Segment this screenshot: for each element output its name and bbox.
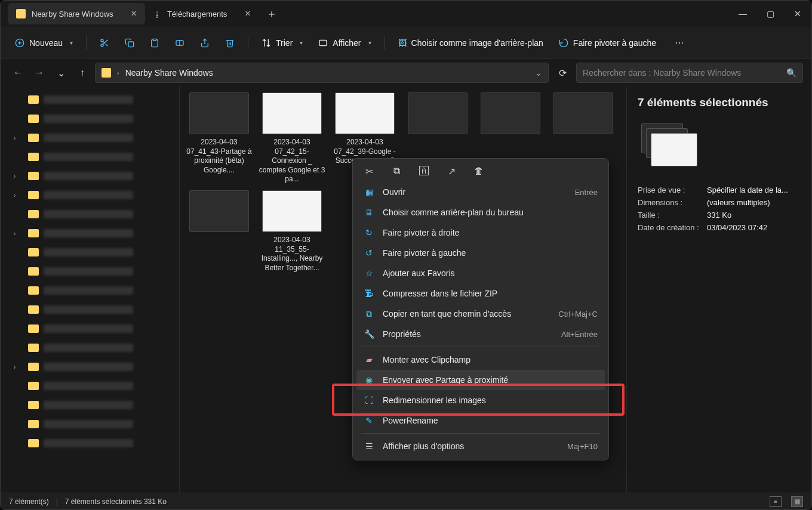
folder-icon xyxy=(28,191,39,199)
set-background-button[interactable]: 🖼 Choisir comme image d'arrière-plan xyxy=(392,35,549,51)
recent-button[interactable]: ⌄ xyxy=(52,64,70,82)
thumbnails-view-button[interactable]: ▦ xyxy=(791,496,803,507)
sidebar-item[interactable] xyxy=(1,415,179,434)
prop-value[interactable]: Spécifier la date de la... xyxy=(707,186,788,194)
wrench-icon: 🔧 xyxy=(364,329,374,339)
menu-rotate-right[interactable]: ↻Faire pivoter à droite xyxy=(356,222,605,243)
svg-line-6 xyxy=(106,44,108,46)
chevron-right-icon: › xyxy=(14,173,23,180)
file-item[interactable]: ✓ xyxy=(186,190,253,273)
ctx-copy-button[interactable]: ⧉ xyxy=(390,166,403,177)
menu-set-desktop-bg[interactable]: 🖥Choisir comme arrière-plan du bureau xyxy=(356,202,605,222)
menu-compress-zip[interactable]: 🗜Compresser dans le fichier ZIP xyxy=(356,283,605,304)
menu-show-more[interactable]: ☰Afficher plus d'optionsMaj+F10 xyxy=(356,436,605,456)
ctx-rename-button[interactable]: 🄰 xyxy=(417,166,430,177)
minimize-button[interactable]: — xyxy=(729,1,756,27)
details-view-button[interactable]: ≡ xyxy=(770,496,782,507)
new-button[interactable]: Nouveau ▾ xyxy=(9,35,79,51)
sidebar-item[interactable] xyxy=(1,262,179,281)
sidebar-item[interactable] xyxy=(1,205,179,224)
sidebar-item[interactable] xyxy=(1,281,179,300)
chevron-right-icon: › xyxy=(14,192,23,199)
sort-label: Trier xyxy=(276,38,293,48)
image-icon: 🖼 xyxy=(398,38,407,48)
menu-powerrename[interactable]: ✎PowerRename xyxy=(356,410,605,431)
back-button[interactable]: ← xyxy=(9,64,27,82)
new-tab-button[interactable]: ＋ xyxy=(259,3,284,24)
breadcrumb[interactable]: › Nearby Share Windows ⌄ xyxy=(95,63,549,83)
paste-button[interactable] xyxy=(144,32,165,54)
sidebar-item[interactable] xyxy=(1,434,179,453)
sidebar-item-label xyxy=(44,324,133,333)
sidebar-item[interactable] xyxy=(1,300,179,319)
view-icon xyxy=(318,38,328,48)
ctx-cut-button[interactable]: ✂ xyxy=(362,166,376,177)
close-window-button[interactable]: ✕ xyxy=(784,1,811,27)
folder-icon xyxy=(28,210,39,218)
search-input[interactable]: Rechercher dans : Nearby Share Windows 🔍 xyxy=(576,63,803,83)
zip-icon: 🗜 xyxy=(364,288,374,299)
sidebar-item[interactable] xyxy=(1,243,179,262)
folder-icon xyxy=(28,248,39,256)
view-button[interactable]: Afficher ▾ xyxy=(312,35,377,51)
sidebar-item[interactable] xyxy=(1,395,179,415)
folder-icon xyxy=(28,344,39,352)
menu-nearby-share[interactable]: ◉Envoyer avec Partage à proximité xyxy=(356,370,605,390)
share-button[interactable] xyxy=(194,32,216,54)
sidebar-item[interactable]: › xyxy=(1,357,179,376)
context-menu: ✂ ⧉ 🄰 ↗ 🗑 ▦OuvrirEntrée 🖥Choisir comme a… xyxy=(352,158,609,460)
tab-label: Nearby Share Windows xyxy=(32,10,113,18)
prop-label: Taille : xyxy=(638,211,707,220)
sidebar-item[interactable] xyxy=(1,109,179,128)
sidebar-item-label xyxy=(44,134,133,142)
sidebar-item[interactable]: › xyxy=(1,128,179,147)
ctx-delete-button[interactable]: 🗑 xyxy=(472,166,485,177)
menu-copy-path[interactable]: ⧉Copier en tant que chemin d'accèsCtrl+M… xyxy=(356,304,605,324)
sidebar-item-label xyxy=(44,344,133,352)
rotate-left-button[interactable]: Faire pivoter à gauche xyxy=(553,35,662,51)
prop-label: Prise de vue : xyxy=(638,186,707,194)
sidebar-item[interactable]: › xyxy=(1,166,179,186)
separator xyxy=(248,36,248,50)
menu-clipchamp[interactable]: ▰Monter avec Clipchamp xyxy=(356,350,605,370)
sidebar-item[interactable] xyxy=(1,147,179,166)
refresh-button[interactable]: ⟳ xyxy=(552,63,573,83)
menu-add-favorite[interactable]: ☆Ajouter aux Favoris xyxy=(356,263,605,283)
chevron-right-icon: › xyxy=(14,364,23,370)
up-button[interactable]: ↑ xyxy=(73,64,91,82)
file-item[interactable]: ✓2023-04-03 07_42_15-Connexion _ comptes… xyxy=(259,92,325,184)
sidebar-item[interactable] xyxy=(1,376,179,395)
sidebar-item[interactable]: › xyxy=(1,224,179,243)
more-button[interactable]: ⋯ xyxy=(669,35,690,51)
tab-nearby-share[interactable]: Nearby Share Windows × xyxy=(8,3,145,24)
forward-button[interactable]: → xyxy=(30,64,48,82)
maximize-button[interactable]: ▢ xyxy=(756,1,784,27)
prop-value: 03/04/2023 07:42 xyxy=(707,223,767,232)
cut-button[interactable] xyxy=(94,32,115,54)
chevron-down-icon[interactable]: ⌄ xyxy=(535,68,542,78)
ctx-share-button[interactable]: ↗ xyxy=(445,166,458,177)
sidebar-item[interactable]: › xyxy=(1,186,179,205)
sidebar-item-label xyxy=(44,115,133,123)
close-icon[interactable]: × xyxy=(131,8,137,19)
menu-resize-images[interactable]: ⛶Redimensionner les images xyxy=(356,390,605,410)
menu-rotate-left[interactable]: ↺Faire pivoter à gauche xyxy=(356,243,605,263)
sort-button[interactable]: Trier ▾ xyxy=(256,35,309,51)
copy-button[interactable] xyxy=(119,32,140,54)
rename-button[interactable] xyxy=(169,32,190,54)
file-item[interactable]: ✓2023-04-03 07_41_43-Partage à proximité… xyxy=(186,92,253,184)
menu-open[interactable]: ▦OuvrirEntrée xyxy=(356,182,605,202)
tab-downloads[interactable]: ⭳ Téléchargements × xyxy=(145,3,259,24)
sidebar-item-label xyxy=(44,305,133,314)
file-thumbnail xyxy=(481,92,540,134)
sidebar-item[interactable] xyxy=(1,338,179,357)
sidebar-item-label xyxy=(44,172,133,180)
menu-properties[interactable]: 🔧PropriétésAlt+Entrée xyxy=(356,324,605,344)
delete-button[interactable] xyxy=(219,32,241,54)
close-icon[interactable]: × xyxy=(245,8,250,19)
folder-icon xyxy=(28,420,39,428)
sidebar-item[interactable] xyxy=(1,90,179,109)
chevron-right-icon: › xyxy=(14,230,23,237)
file-item[interactable]: ✓2023-04-03 11_35_55-Installing..., Near… xyxy=(259,190,325,273)
sidebar-item[interactable] xyxy=(1,319,179,338)
